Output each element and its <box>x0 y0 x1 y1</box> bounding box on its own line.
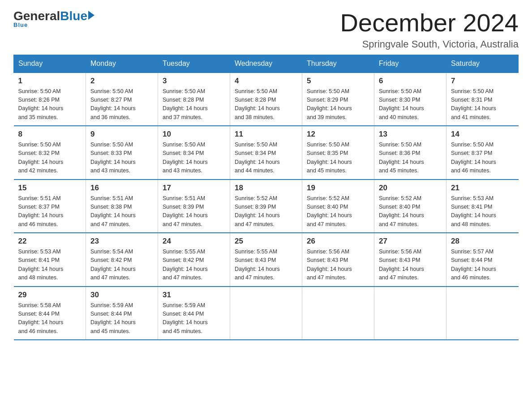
calendar-cell: 4Sunrise: 5:50 AMSunset: 8:28 PMDaylight… <box>230 73 302 126</box>
calendar-cell: 8Sunrise: 5:50 AMSunset: 8:32 PMDaylight… <box>14 126 86 180</box>
weekday-header-wednesday: Wednesday <box>230 55 302 73</box>
day-info: Sunrise: 5:50 AMSunset: 8:27 PMDaylight:… <box>90 87 153 122</box>
calendar-cell: 28Sunrise: 5:57 AMSunset: 8:44 PMDayligh… <box>446 233 519 287</box>
day-info: Sunrise: 5:50 AMSunset: 8:35 PMDaylight:… <box>307 141 369 176</box>
calendar-cell: 2Sunrise: 5:50 AMSunset: 8:27 PMDaylight… <box>86 73 158 126</box>
day-info: Sunrise: 5:51 AMSunset: 8:39 PMDaylight:… <box>163 194 225 229</box>
calendar-cell: 14Sunrise: 5:50 AMSunset: 8:37 PMDayligh… <box>446 126 519 180</box>
day-number: 27 <box>379 237 442 246</box>
day-number: 4 <box>235 77 297 86</box>
page-header: General Blue Blue December 2024 Springva… <box>13 9 519 50</box>
day-number: 21 <box>451 184 514 193</box>
day-number: 10 <box>163 130 225 139</box>
day-info: Sunrise: 5:52 AMSunset: 8:39 PMDaylight:… <box>235 194 297 229</box>
day-info: Sunrise: 5:50 AMSunset: 8:34 PMDaylight:… <box>235 141 297 176</box>
logo: General Blue Blue <box>13 9 94 28</box>
day-number: 28 <box>451 237 514 246</box>
day-number: 1 <box>18 77 82 86</box>
logo-underline: Blue <box>13 21 28 28</box>
day-info: Sunrise: 5:50 AMSunset: 8:28 PMDaylight:… <box>235 87 297 122</box>
day-number: 8 <box>18 130 82 139</box>
day-info: Sunrise: 5:55 AMSunset: 8:42 PMDaylight:… <box>163 248 225 283</box>
day-number: 26 <box>307 237 369 246</box>
calendar-header: SundayMondayTuesdayWednesdayThursdayFrid… <box>14 55 519 73</box>
day-number: 22 <box>18 237 82 246</box>
calendar-cell: 13Sunrise: 5:50 AMSunset: 8:36 PMDayligh… <box>374 126 446 180</box>
calendar-week-row: 29Sunrise: 5:58 AMSunset: 8:44 PMDayligh… <box>14 287 519 340</box>
calendar-cell: 18Sunrise: 5:52 AMSunset: 8:39 PMDayligh… <box>230 180 302 233</box>
day-number: 12 <box>307 130 369 139</box>
calendar-week-row: 1Sunrise: 5:50 AMSunset: 8:26 PMDaylight… <box>14 73 519 126</box>
day-number: 6 <box>379 77 442 86</box>
day-info: Sunrise: 5:56 AMSunset: 8:43 PMDaylight:… <box>307 248 369 283</box>
day-number: 24 <box>163 237 225 246</box>
calendar-cell: 1Sunrise: 5:50 AMSunset: 8:26 PMDaylight… <box>14 73 86 126</box>
calendar-cell <box>374 287 446 340</box>
calendar-cell: 29Sunrise: 5:58 AMSunset: 8:44 PMDayligh… <box>14 287 86 340</box>
day-info: Sunrise: 5:50 AMSunset: 8:31 PMDaylight:… <box>451 87 514 122</box>
calendar-cell: 15Sunrise: 5:51 AMSunset: 8:37 PMDayligh… <box>14 180 86 233</box>
day-info: Sunrise: 5:50 AMSunset: 8:37 PMDaylight:… <box>451 141 514 176</box>
day-info: Sunrise: 5:57 AMSunset: 8:44 PMDaylight:… <box>451 248 514 283</box>
day-number: 18 <box>235 184 297 193</box>
day-number: 2 <box>90 77 153 86</box>
calendar-cell: 3Sunrise: 5:50 AMSunset: 8:28 PMDaylight… <box>158 73 230 126</box>
logo-blue-text: Blue <box>60 9 87 23</box>
location-title: Springvale South, Victoria, Australia <box>340 39 519 50</box>
calendar-cell: 30Sunrise: 5:59 AMSunset: 8:44 PMDayligh… <box>86 287 158 340</box>
calendar-cell: 24Sunrise: 5:55 AMSunset: 8:42 PMDayligh… <box>158 233 230 287</box>
calendar-cell: 19Sunrise: 5:52 AMSunset: 8:40 PMDayligh… <box>302 180 374 233</box>
day-number: 5 <box>307 77 369 86</box>
day-info: Sunrise: 5:58 AMSunset: 8:44 PMDaylight:… <box>18 301 82 336</box>
day-number: 3 <box>163 77 225 86</box>
weekday-header-monday: Monday <box>86 55 158 73</box>
weekday-header-saturday: Saturday <box>446 55 519 73</box>
day-number: 29 <box>18 291 82 300</box>
calendar-cell <box>230 287 302 340</box>
calendar-cell: 7Sunrise: 5:50 AMSunset: 8:31 PMDaylight… <box>446 73 519 126</box>
calendar-table: SundayMondayTuesdayWednesdayThursdayFrid… <box>13 55 519 341</box>
calendar-cell: 16Sunrise: 5:51 AMSunset: 8:38 PMDayligh… <box>86 180 158 233</box>
title-block: December 2024 Springvale South, Victoria… <box>340 9 519 50</box>
day-info: Sunrise: 5:50 AMSunset: 8:36 PMDaylight:… <box>379 141 442 176</box>
calendar-cell: 22Sunrise: 5:53 AMSunset: 8:41 PMDayligh… <box>14 233 86 287</box>
calendar-cell: 27Sunrise: 5:56 AMSunset: 8:43 PMDayligh… <box>374 233 446 287</box>
weekday-header-row: SundayMondayTuesdayWednesdayThursdayFrid… <box>14 55 519 73</box>
day-number: 31 <box>163 291 225 300</box>
calendar-cell: 17Sunrise: 5:51 AMSunset: 8:39 PMDayligh… <box>158 180 230 233</box>
calendar-cell: 25Sunrise: 5:55 AMSunset: 8:43 PMDayligh… <box>230 233 302 287</box>
calendar-cell <box>446 287 519 340</box>
calendar-cell: 5Sunrise: 5:50 AMSunset: 8:29 PMDaylight… <box>302 73 374 126</box>
day-number: 14 <box>451 130 514 139</box>
day-info: Sunrise: 5:50 AMSunset: 8:34 PMDaylight:… <box>163 141 225 176</box>
calendar-cell: 9Sunrise: 5:50 AMSunset: 8:33 PMDaylight… <box>86 126 158 180</box>
day-info: Sunrise: 5:50 AMSunset: 8:28 PMDaylight:… <box>163 87 225 122</box>
day-info: Sunrise: 5:50 AMSunset: 8:26 PMDaylight:… <box>18 87 82 122</box>
calendar-cell: 6Sunrise: 5:50 AMSunset: 8:30 PMDaylight… <box>374 73 446 126</box>
day-number: 30 <box>90 291 153 300</box>
day-number: 11 <box>235 130 297 139</box>
day-number: 20 <box>379 184 442 193</box>
day-info: Sunrise: 5:59 AMSunset: 8:44 PMDaylight:… <box>163 301 225 336</box>
calendar-cell: 26Sunrise: 5:56 AMSunset: 8:43 PMDayligh… <box>302 233 374 287</box>
calendar-week-row: 8Sunrise: 5:50 AMSunset: 8:32 PMDaylight… <box>14 126 519 180</box>
day-info: Sunrise: 5:52 AMSunset: 8:40 PMDaylight:… <box>379 194 442 229</box>
calendar-cell: 23Sunrise: 5:54 AMSunset: 8:42 PMDayligh… <box>86 233 158 287</box>
day-number: 19 <box>307 184 369 193</box>
calendar-cell: 21Sunrise: 5:53 AMSunset: 8:41 PMDayligh… <box>446 180 519 233</box>
calendar-body: 1Sunrise: 5:50 AMSunset: 8:26 PMDaylight… <box>14 73 519 340</box>
day-number: 13 <box>379 130 442 139</box>
day-number: 23 <box>90 237 153 246</box>
day-info: Sunrise: 5:56 AMSunset: 8:43 PMDaylight:… <box>379 248 442 283</box>
weekday-header-tuesday: Tuesday <box>158 55 230 73</box>
day-number: 16 <box>90 184 153 193</box>
calendar-week-row: 15Sunrise: 5:51 AMSunset: 8:37 PMDayligh… <box>14 180 519 233</box>
day-info: Sunrise: 5:53 AMSunset: 8:41 PMDaylight:… <box>451 194 514 229</box>
day-info: Sunrise: 5:51 AMSunset: 8:38 PMDaylight:… <box>90 194 153 229</box>
day-info: Sunrise: 5:50 AMSunset: 8:32 PMDaylight:… <box>18 141 82 176</box>
calendar-cell: 11Sunrise: 5:50 AMSunset: 8:34 PMDayligh… <box>230 126 302 180</box>
logo-triangle-icon <box>88 11 94 20</box>
calendar-cell: 12Sunrise: 5:50 AMSunset: 8:35 PMDayligh… <box>302 126 374 180</box>
calendar-cell: 20Sunrise: 5:52 AMSunset: 8:40 PMDayligh… <box>374 180 446 233</box>
day-info: Sunrise: 5:55 AMSunset: 8:43 PMDaylight:… <box>235 248 297 283</box>
